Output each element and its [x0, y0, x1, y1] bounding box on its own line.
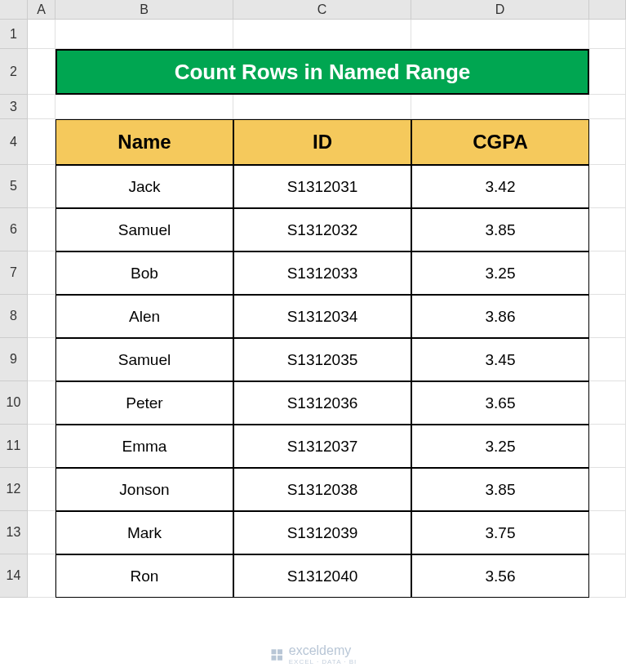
cell-a5[interactable] [28, 165, 55, 208]
title-cell[interactable]: Count Rows in Named Range [55, 49, 589, 95]
cell-b1[interactable] [55, 20, 233, 49]
table-cell-name[interactable]: Jack [55, 165, 233, 208]
table-cell-name[interactable]: Mark [55, 511, 233, 554]
row-header-9[interactable]: 9 [0, 338, 28, 381]
cell-e13[interactable] [589, 511, 626, 554]
table-cell-id[interactable]: S1312031 [233, 165, 411, 208]
table-cell-cgpa[interactable]: 3.25 [411, 425, 589, 468]
cell-a2[interactable] [28, 49, 55, 95]
table-cell-name[interactable]: Samuel [55, 338, 233, 381]
table-cell-name[interactable]: Peter [55, 381, 233, 425]
table-cell-id[interactable]: S1312040 [233, 554, 411, 598]
table-cell-id[interactable]: S1312038 [233, 468, 411, 511]
cell-d1[interactable] [411, 20, 589, 49]
cell-e5[interactable] [589, 165, 626, 208]
row-header-12[interactable]: 12 [0, 468, 28, 511]
cell-e2[interactable] [589, 49, 626, 95]
cell-e8[interactable] [589, 295, 626, 338]
cell-e14[interactable] [589, 554, 626, 598]
table-header-name[interactable]: Name [55, 119, 233, 165]
table-cell-id[interactable]: S1312034 [233, 295, 411, 338]
cell-a13[interactable] [28, 511, 55, 554]
table-cell-name[interactable]: Bob [55, 251, 233, 295]
row-header-11[interactable]: 11 [0, 425, 28, 468]
cell-c3[interactable] [233, 95, 411, 119]
cell-e7[interactable] [589, 251, 626, 295]
table-cell-name[interactable]: Ron [55, 554, 233, 598]
table-cell-cgpa[interactable]: 3.86 [411, 295, 589, 338]
table-cell-name[interactable]: Samuel [55, 208, 233, 251]
table-cell-id[interactable]: S1312033 [233, 251, 411, 295]
cell-e4[interactable] [589, 119, 626, 165]
col-header-b[interactable]: B [55, 0, 233, 20]
table-cell-cgpa[interactable]: 3.56 [411, 554, 589, 598]
select-all-corner[interactable] [0, 0, 28, 20]
row-header-2[interactable]: 2 [0, 49, 28, 95]
table-cell-cgpa[interactable]: 3.85 [411, 468, 589, 511]
row-header-8[interactable]: 8 [0, 295, 28, 338]
col-header-d[interactable]: D [411, 0, 589, 20]
cell-a9[interactable] [28, 338, 55, 381]
cell-a10[interactable] [28, 381, 55, 425]
cell-a7[interactable] [28, 251, 55, 295]
spreadsheet-grid: A B C D 1 2 Count Rows in Named Range 3 … [0, 0, 626, 598]
row-header-14[interactable]: 14 [0, 554, 28, 598]
table-header-cgpa[interactable]: CGPA [411, 119, 589, 165]
cell-a3[interactable] [28, 95, 55, 119]
cell-a11[interactable] [28, 425, 55, 468]
col-header-c[interactable]: C [233, 0, 411, 20]
cell-e9[interactable] [589, 338, 626, 381]
table-cell-name[interactable]: Jonson [55, 468, 233, 511]
table-cell-id[interactable]: S1312039 [233, 511, 411, 554]
table-cell-cgpa[interactable]: 3.65 [411, 381, 589, 425]
cell-e10[interactable] [589, 381, 626, 425]
table-header-id[interactable]: ID [233, 119, 411, 165]
cell-a14[interactable] [28, 554, 55, 598]
row-header-4[interactable]: 4 [0, 119, 28, 165]
table-cell-cgpa[interactable]: 3.85 [411, 208, 589, 251]
cell-b3[interactable] [55, 95, 233, 119]
table-cell-name[interactable]: Alen [55, 295, 233, 338]
col-header-blank[interactable] [589, 0, 626, 20]
table-cell-id[interactable]: S1312035 [233, 338, 411, 381]
col-header-a[interactable]: A [28, 0, 55, 20]
cell-a4[interactable] [28, 119, 55, 165]
table-cell-id[interactable]: S1312032 [233, 208, 411, 251]
row-header-7[interactable]: 7 [0, 251, 28, 295]
row-header-1[interactable]: 1 [0, 20, 28, 49]
table-cell-id[interactable]: S1312036 [233, 381, 411, 425]
table-cell-cgpa[interactable]: 3.45 [411, 338, 589, 381]
cell-a12[interactable] [28, 468, 55, 511]
cell-d3[interactable] [411, 95, 589, 119]
cell-e11[interactable] [589, 425, 626, 468]
table-cell-cgpa[interactable]: 3.75 [411, 511, 589, 554]
row-header-5[interactable]: 5 [0, 165, 28, 208]
row-header-13[interactable]: 13 [0, 511, 28, 554]
cell-e3[interactable] [589, 95, 626, 119]
cell-e12[interactable] [589, 468, 626, 511]
table-cell-name[interactable]: Emma [55, 425, 233, 468]
table-cell-cgpa[interactable]: 3.25 [411, 251, 589, 295]
cell-a1[interactable] [28, 20, 55, 49]
row-header-6[interactable]: 6 [0, 208, 28, 251]
cell-c1[interactable] [233, 20, 411, 49]
table-cell-id[interactable]: S1312037 [233, 425, 411, 468]
table-cell-cgpa[interactable]: 3.42 [411, 165, 589, 208]
cell-a8[interactable] [28, 295, 55, 338]
row-header-3[interactable]: 3 [0, 95, 28, 119]
row-header-10[interactable]: 10 [0, 381, 28, 425]
cell-a6[interactable] [28, 208, 55, 251]
cell-e6[interactable] [589, 208, 626, 251]
cell-e1[interactable] [589, 20, 626, 49]
